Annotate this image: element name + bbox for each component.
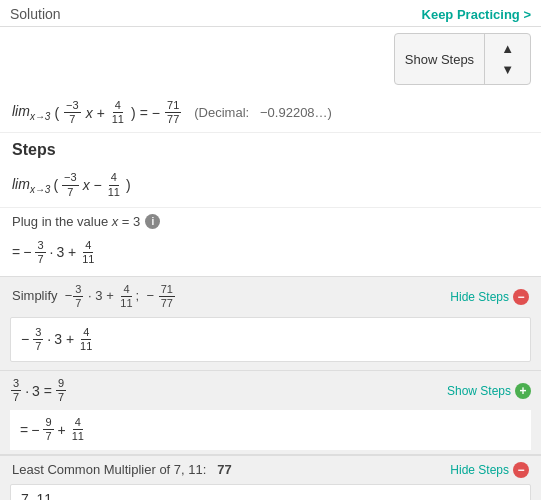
equals-block: = − 37 · 3 + 411	[0, 233, 541, 276]
sub-dot: ·	[25, 383, 29, 399]
sub-frac1: 37	[11, 377, 21, 404]
main-paren-close: )	[131, 105, 136, 121]
lcm-title: Least Common Multiplier of 7, 11: 77	[12, 462, 232, 477]
sub-frac2: 97	[56, 377, 66, 404]
main-neg: −	[152, 105, 160, 121]
main-x: x +	[86, 105, 105, 121]
eq-dot1: ·	[50, 244, 54, 260]
show-steps-label: Show Steps	[395, 48, 484, 71]
keep-practicing-link[interactable]: Keep Practicing	[422, 7, 531, 22]
plug-in-text: Plug in the value x = 3	[12, 214, 140, 229]
lcm-header: Least Common Multiplier of 7, 11: 77 Hid…	[0, 456, 541, 484]
arrow-up-icon: ▲	[491, 38, 524, 59]
simp-3: 3 +	[54, 331, 74, 347]
lcm-inner-block: 7, 11	[10, 484, 531, 500]
plug-in-label: Plug in the value x = 3 i	[0, 208, 541, 233]
arrow-down-icon: ▼	[491, 59, 524, 80]
lcm-label-text: Least Common Multiplier of 7, 11:	[12, 462, 206, 477]
simplify-header: Simplify −37 · 3 + 411; − 7177 Hide Step…	[0, 277, 541, 316]
main-equation-block: limx→3 ( −37 x + 411 ) = − 7177 (Decimal…	[0, 91, 541, 133]
steps-arrows[interactable]: ▲ ▼	[484, 34, 530, 84]
main-result-frac: 7177	[165, 99, 181, 126]
eq-frac2: 411	[80, 239, 96, 266]
main-math-line: limx→3 ( −37 x + 411 ) = − 7177 (Decimal…	[12, 99, 529, 126]
hide-steps-button-1[interactable]: Hide Steps −	[450, 289, 529, 305]
steps-paren-close: )	[126, 177, 131, 193]
show-steps-button-2[interactable]: Show Steps +	[447, 383, 531, 399]
hide-steps-button-2[interactable]: Hide Steps −	[450, 462, 529, 478]
simplify-inner-block: − 37 · 3 + 411	[10, 317, 531, 362]
steps-equation-block: limx→3 ( −37 x − 411 )	[0, 163, 541, 207]
simp-frac1: 37	[33, 326, 43, 353]
simp-frac2: 411	[78, 326, 94, 353]
show-steps-button[interactable]: Show Steps ▲ ▼	[394, 33, 531, 85]
main-frac1: −37	[64, 99, 81, 126]
eq-frac1: 37	[35, 239, 45, 266]
main-frac2: 411	[110, 99, 126, 126]
top-bar: Solution Keep Practicing	[0, 0, 541, 27]
equals-inner-block: = − 97 + 411	[10, 410, 531, 449]
limit-notation: limx→3	[12, 103, 50, 122]
sub-3-eq: 3 =	[32, 383, 52, 399]
eq2-plus: +	[58, 422, 66, 438]
eq2-frac1: 97	[43, 416, 53, 443]
simp-dot: ·	[47, 331, 51, 347]
simplify-title: Simplify −37 · 3 + 411; − 7177	[12, 283, 176, 310]
eq2-equals: =	[20, 422, 28, 438]
eq-equals: =	[12, 244, 20, 260]
eq2-frac2: 411	[70, 416, 86, 443]
eq-neg: −	[23, 244, 31, 260]
main-equals: =	[140, 105, 148, 121]
lcm-value: 77	[217, 462, 231, 477]
eq-3: 3 +	[56, 244, 76, 260]
solution-label: Solution	[10, 6, 61, 22]
lcm-result: 7, 11	[21, 491, 52, 500]
hide-steps-icon-2: −	[513, 462, 529, 478]
main-paren-open: (	[54, 105, 59, 121]
sub-step-row: 37 · 3 = 97 Show Steps +	[0, 370, 541, 410]
steps-frac2: 411	[106, 171, 122, 198]
steps-heading: Steps	[0, 133, 541, 163]
steps-lim: limx→3	[12, 176, 50, 195]
simp-neg: −	[21, 331, 29, 347]
hide-steps-label-1: Hide Steps	[450, 290, 509, 304]
steps-paren-open: (	[53, 177, 58, 193]
steps-x: x −	[83, 177, 102, 193]
show-steps-bar: Show Steps ▲ ▼	[0, 27, 541, 91]
eq2-neg: −	[31, 422, 39, 438]
simplify-section: Simplify −37 · 3 + 411; − 7177 Hide Step…	[0, 276, 541, 455]
steps-frac1: −37	[62, 171, 79, 198]
show-steps-icon-2: +	[515, 383, 531, 399]
hide-steps-icon-1: −	[513, 289, 529, 305]
info-icon[interactable]: i	[145, 214, 160, 229]
hide-steps-label-2: Hide Steps	[450, 463, 509, 477]
lcm-section: Least Common Multiplier of 7, 11: 77 Hid…	[0, 455, 541, 500]
show-steps-label-2: Show Steps	[447, 384, 511, 398]
decimal-note: (Decimal: −0.92208…)	[194, 105, 332, 120]
